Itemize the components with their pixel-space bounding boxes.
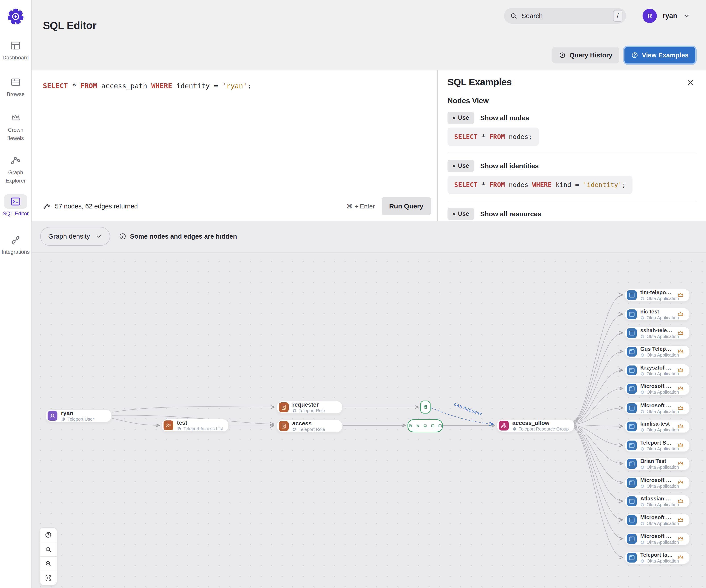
graph-node-okta-app[interactable]: Microsoft Office 365Okta Application bbox=[625, 382, 690, 395]
crown-jewel-icon[interactable] bbox=[677, 291, 684, 299]
question-circle-icon bbox=[631, 52, 638, 59]
example-code: SELECT * FROM nodes; bbox=[447, 127, 539, 146]
role-icon bbox=[280, 423, 287, 429]
app-window-icon bbox=[628, 311, 635, 318]
crown-jewel-icon[interactable] bbox=[677, 498, 684, 505]
graph-node-test[interactable]: testTeleport Access List bbox=[161, 419, 229, 432]
hidden-nodes-warning: Some nodes and edges are hidden bbox=[130, 233, 237, 240]
examples-section-title: Nodes View bbox=[447, 96, 696, 105]
use-example-button[interactable]: «Use bbox=[447, 160, 474, 172]
graph-node-okta-app[interactable]: Teleport tag2-nodeOkta Application bbox=[625, 551, 690, 564]
view-examples-button[interactable]: View Examples bbox=[624, 47, 695, 64]
crown-jewel-icon[interactable] bbox=[677, 311, 684, 318]
search-shortcut-key: / bbox=[613, 10, 622, 22]
gear-icon bbox=[177, 427, 182, 431]
sliders-icon bbox=[422, 404, 429, 410]
crown-jewel-icon[interactable] bbox=[677, 423, 684, 430]
browse-icon bbox=[10, 77, 21, 88]
view-examples-label: View Examples bbox=[642, 52, 689, 59]
graph-node-access_allow[interactable]: access_allowTeleport Resource Group bbox=[497, 419, 575, 432]
result-count: 57 nodes, 62 edges returned bbox=[55, 203, 138, 210]
okta-ring-icon bbox=[640, 390, 644, 394]
magnifier-icon bbox=[510, 12, 517, 19]
app-window-icon bbox=[628, 348, 635, 355]
crown-jewel-icon[interactable] bbox=[677, 535, 684, 542]
example-label: Show all identities bbox=[480, 162, 539, 170]
graph-node-requester[interactable]: requesterTeleport Role bbox=[277, 401, 343, 414]
run-query-button[interactable]: Run Query bbox=[382, 197, 431, 215]
zoom-in-icon bbox=[45, 546, 52, 553]
sql-editor-pane[interactable]: SELECT * FROM access_path WHERE identity… bbox=[31, 70, 437, 221]
query-history-label: Query History bbox=[570, 52, 613, 59]
crown-jewel-icon[interactable] bbox=[677, 460, 684, 467]
close-examples-button[interactable] bbox=[684, 77, 696, 88]
crown-icon bbox=[677, 367, 684, 374]
crown-jewel-icon[interactable] bbox=[677, 348, 684, 355]
fit-view-button[interactable] bbox=[40, 571, 57, 585]
use-example-button[interactable]: «Use bbox=[447, 208, 474, 220]
header-actions: Query History View Examples bbox=[552, 47, 695, 64]
query-history-button[interactable]: Query History bbox=[552, 47, 619, 64]
user-menu[interactable]: R ryan bbox=[642, 8, 690, 24]
app-logo-gear-icon[interactable] bbox=[7, 8, 24, 26]
use-example-button[interactable]: «Use bbox=[447, 112, 474, 124]
crown-jewel-icon[interactable] bbox=[677, 516, 684, 524]
zoom-out-button[interactable] bbox=[40, 556, 57, 571]
crown-icon bbox=[677, 385, 684, 392]
example-row: «UseShow all nodesSELECT * FROM nodes; bbox=[447, 112, 696, 146]
graph-node-okta-app[interactable]: Microsoft Office 365Okta Application bbox=[625, 402, 690, 415]
okta-ring-icon bbox=[640, 428, 644, 432]
graph-node-okta-app[interactable]: tim-teleport-testOkta Application bbox=[625, 289, 690, 302]
sidebar-item-graph-explorer[interactable]: GraphExplorer bbox=[0, 153, 31, 184]
graph-node-okta-app[interactable]: Gus Teleport SAMLOkta Application bbox=[625, 345, 690, 358]
app-window-icon bbox=[628, 536, 635, 542]
integrations-icon bbox=[10, 234, 21, 245]
crown-jewel-icon[interactable] bbox=[677, 479, 684, 486]
graph-node-okta-app[interactable]: Teleport SAMLOkta Application bbox=[625, 439, 690, 452]
graph-node-resources-g1[interactable] bbox=[420, 400, 431, 414]
crown-jewel-icon[interactable] bbox=[677, 554, 684, 561]
sidebar-item-label: Crown bbox=[0, 126, 31, 133]
graph-node-ryan[interactable]: ryanTeleport User bbox=[45, 409, 112, 422]
sidebar-item-integrations[interactable]: Integrations bbox=[0, 233, 31, 256]
graph-node-okta-app[interactable]: kimlisa-testOkta Application bbox=[625, 420, 690, 433]
crown-jewel-icon[interactable] bbox=[677, 329, 684, 337]
graph-node-okta-app[interactable]: Brian TestOkta Application bbox=[625, 457, 690, 470]
graph-node-okta-app[interactable]: Microsoft Office 365Okta Application bbox=[625, 514, 690, 526]
graph-density-dropdown[interactable]: Graph density bbox=[40, 227, 110, 246]
sidebar-item-crown-jewels[interactable]: CrownJewels bbox=[0, 111, 31, 142]
okta-ring-icon bbox=[640, 540, 644, 544]
chevron-down-icon bbox=[95, 233, 102, 240]
graph-node-access[interactable]: accessTeleport Role bbox=[277, 420, 343, 432]
access-list-icon bbox=[165, 422, 172, 429]
gear-icon bbox=[292, 427, 297, 432]
sql-query-text[interactable]: SELECT * FROM access_path WHERE identity… bbox=[43, 82, 251, 90]
graph-node-okta-app[interactable]: nic testOkta Application bbox=[625, 308, 690, 321]
server-icon bbox=[408, 423, 412, 429]
crown-jewel-icon[interactable] bbox=[677, 442, 684, 449]
zoom-in-button[interactable] bbox=[40, 542, 57, 556]
crown-jewel-icon[interactable] bbox=[677, 367, 684, 374]
graph-node-okta-app[interactable]: Microsoft Office 365Okta Application bbox=[625, 533, 690, 545]
graph-node-resources-g2[interactable] bbox=[407, 419, 443, 432]
graph-node-okta-app[interactable]: sshah-teleport-saml-idp…Okta Application bbox=[625, 327, 690, 340]
okta-ring-icon bbox=[640, 409, 644, 414]
graph-node-okta-app[interactable]: Microsoft Office 365Okta Application bbox=[625, 476, 690, 489]
graph-canvas[interactable]: ryanTeleport UsertestTeleport Access Lis… bbox=[31, 252, 706, 588]
search-input[interactable]: Search / bbox=[504, 8, 626, 24]
sidebar-item-browse[interactable]: Browse bbox=[0, 75, 31, 97]
crown-jewel-icon[interactable] bbox=[677, 385, 684, 392]
graph-node-okta-app[interactable]: Atlassian Jira ServerOkta Application bbox=[625, 495, 690, 508]
okta-ring-icon bbox=[640, 447, 644, 451]
graph-density-label: Graph density bbox=[48, 233, 90, 240]
help-button[interactable] bbox=[40, 528, 57, 542]
sidebar-item-sql-editor[interactable]: SQL Editor bbox=[0, 194, 31, 217]
graph-node-okta-app[interactable]: Krzysztof OIDC SSO AppOkta Application bbox=[625, 364, 690, 377]
sidebar-item-dashboard[interactable]: Dashboard bbox=[0, 38, 31, 61]
resource-group-icon bbox=[501, 422, 507, 429]
role-icon bbox=[280, 404, 287, 410]
crown-jewel-icon[interactable] bbox=[677, 404, 684, 412]
info-circle-icon bbox=[119, 233, 126, 240]
gear-icon bbox=[61, 417, 66, 421]
sidebar-item-label: Explorer bbox=[0, 177, 31, 184]
